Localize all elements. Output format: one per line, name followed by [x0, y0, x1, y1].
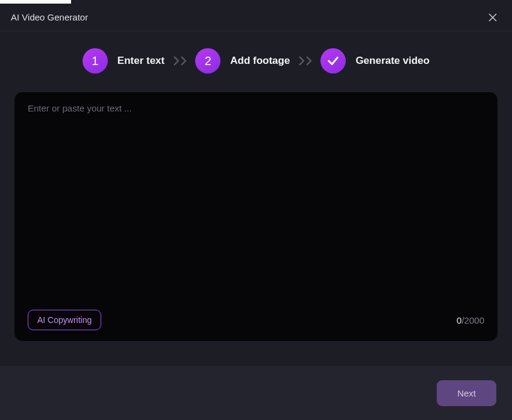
chevron-right-icon — [173, 56, 180, 66]
char-count-max: /2000 — [461, 315, 484, 325]
modal-content: 1 Enter text 2 Add footage Generate vide… — [0, 31, 512, 342]
ai-copywriting-button[interactable]: AI Copywriting — [28, 310, 101, 330]
step-2: 2 Add footage — [195, 48, 290, 74]
chevron-right-icon — [298, 56, 305, 66]
modal-header: AI Video Generator — [0, 4, 512, 31]
window-top-strip — [0, 0, 512, 4]
close-icon — [488, 13, 498, 22]
step-label-2: Add footage — [230, 55, 290, 67]
step-1: 1 Enter text — [83, 48, 164, 74]
step-3: Generate video — [320, 48, 429, 74]
editor-footer: AI Copywriting 0/2000 — [28, 305, 484, 330]
close-button[interactable] — [484, 9, 501, 26]
text-editor-card: AI Copywriting 0/2000 — [14, 92, 498, 342]
bottom-bar: Next — [0, 366, 512, 420]
chevron-right-icon — [305, 56, 312, 66]
step-badge-3 — [320, 48, 346, 74]
step-separator — [298, 56, 312, 66]
step-separator — [173, 56, 187, 66]
step-label-3: Generate video — [355, 55, 429, 67]
step-indicator: 1 Enter text 2 Add footage Generate vide… — [14, 48, 498, 74]
page-title: AI Video Generator — [11, 12, 88, 22]
step-badge-1: 1 — [83, 48, 108, 74]
step-label-1: Enter text — [117, 55, 164, 67]
character-count: 0/2000 — [457, 315, 484, 325]
check-icon — [326, 54, 340, 67]
next-button[interactable]: Next — [437, 380, 496, 406]
text-input[interactable] — [28, 103, 484, 305]
step-badge-2: 2 — [195, 48, 220, 74]
chevron-right-icon — [180, 56, 187, 66]
